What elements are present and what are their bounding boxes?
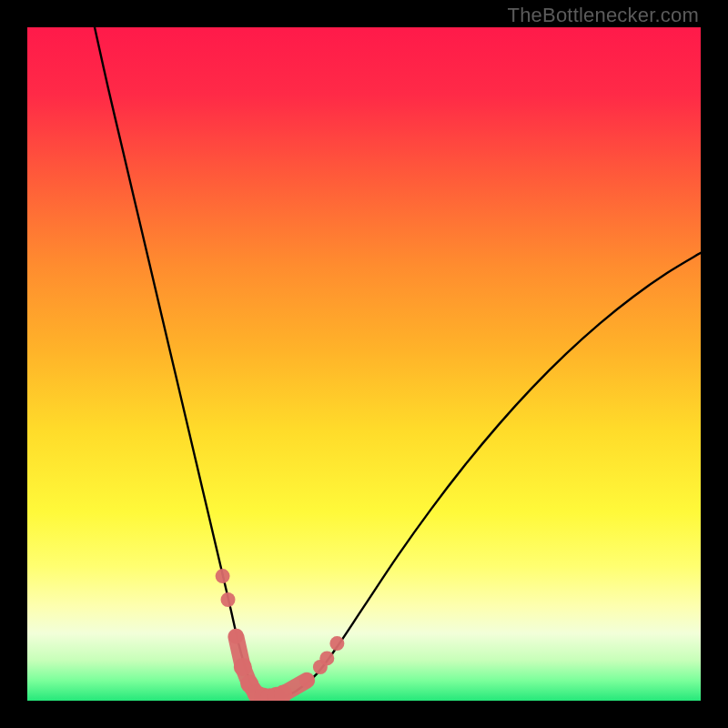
highlight-node: [299, 673, 314, 688]
watermark-text: TheBottlenecker.com: [508, 4, 699, 27]
highlight-node: [329, 636, 344, 651]
bottleneck-chart: [27, 27, 701, 701]
bottleneck-curve: [95, 27, 701, 698]
highlight-node: [216, 569, 230, 583]
plot-area: [27, 27, 701, 701]
highlight-node: [221, 592, 236, 607]
highlight-node: [234, 658, 252, 676]
highlight-node: [228, 630, 243, 644]
chart-frame: TheBottlenecker.com: [0, 0, 728, 728]
highlight-node: [319, 651, 334, 665]
